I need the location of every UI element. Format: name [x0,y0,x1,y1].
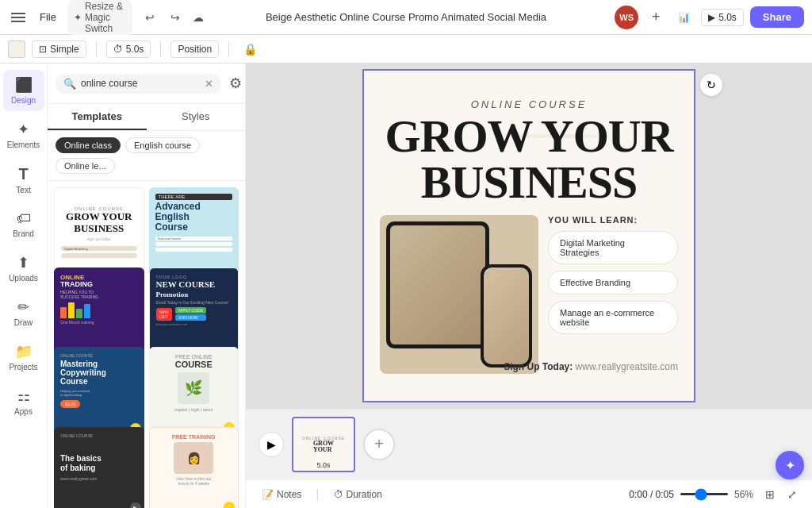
sidebar-item-elements[interactable]: ✦ Elements [3,114,44,156]
canvas-bottom-section: YOU WILL LEARN: Digital Marketing Strate… [380,215,678,374]
canvas-footer: Sign Up Today: www.reallygreatsite.com [504,361,678,372]
sidebar-item-apps[interactable]: ⚏ Apps [3,381,44,422]
menu-button[interactable] [8,10,29,25]
sidebar-item-design[interactable]: ⬛ Design [3,70,44,111]
clear-search-icon[interactable]: ✕ [205,78,213,90]
learn-item-2: Effective Branding [548,271,678,294]
sidebar-item-projects[interactable]: 📁 Projects [3,337,44,378]
learn-item-3: Manage an e-commerce website [548,301,678,334]
position-button[interactable]: Position [170,40,219,58]
template-card-4[interactable]: YOUR LOGO NEW COURSEPromotion Enroll Tod… [149,267,239,358]
simple-icon: ⊡ [39,44,47,55]
undo-redo-group: ↩ ↪ [139,6,186,29]
undo-button[interactable]: ↩ [139,6,161,29]
learn-title: YOU WILL LEARN: [548,215,678,225]
template-card-7[interactable]: ONLINE COURSE The basicsof baking www.re… [54,427,144,509]
magic-icon: ✦ [785,458,795,473]
duration-icon: ⏱ [334,489,343,500]
toolbar-separator-3 [228,41,229,57]
templates-panel: 🔍 ✕ ⚙ Templates Styles Online class Engl… [48,64,246,508]
search-box[interactable]: 🔍 ✕ [56,74,221,94]
design-canvas[interactable]: ONLINE COURSE GROW YOUR BUSINESS [362,69,695,402]
chart-icon: 📊 [678,12,690,23]
elements-icon: ✦ [17,121,29,138]
tag-online-class[interactable]: Online class [56,137,121,153]
notes-button[interactable]: 📝 Notes [255,487,308,502]
file-menu-button[interactable]: File [35,8,61,26]
top-bar-right: WS + 📊 ▶ 5.0s Share [608,6,804,29]
template-card-3[interactable]: ONLINE TRADING HELPING YOU TO SUCCESS TR… [54,267,144,358]
template-card-6[interactable]: FREE ONLINE COURSE 🌿 register | login | … [149,347,239,437]
add-slide-button[interactable]: + [363,429,395,460]
analytics-button[interactable]: 📊 [673,10,695,25]
apps-icon: ⚏ [17,387,30,405]
brand-icon: 🏷 [17,210,31,227]
sidebar-item-uploads[interactable]: ⬆ Uploads [3,248,44,289]
pro-badge-8: ⭐ [224,502,235,508]
template-card-2[interactable]: THERE ARE AdvancedEnglishCourse Grammar … [149,187,239,278]
magic-button[interactable]: ✦ [776,451,804,479]
sidebar-item-brand[interactable]: 🏷 Brand [3,204,44,244]
top-bar: File ✦ Resize & Magic Switch ↩ ↪ ☁ Beige… [0,0,812,35]
left-sidebar: ⬛ Design ✦ Elements T Text 🏷 Brand ⬆ Upl… [0,64,48,508]
lock-button[interactable]: 🔒 [239,38,261,60]
toolbar-separator [96,41,97,57]
sidebar-item-draw[interactable]: ✏ Draw [3,292,44,333]
play-icon: ▶ [708,12,715,23]
tag-online-le[interactable]: Online le... [56,158,115,174]
uploads-icon: ⬆ [17,254,29,271]
search-icon: 🔍 [63,78,76,90]
tag-english-course[interactable]: English course [125,137,200,153]
panel-tabs: Templates Styles [48,104,245,131]
canvas-title: GROW YOUR BUSINESS [385,114,672,206]
canvas-learn-section: YOU WILL LEARN: Digital Marketing Strate… [548,215,678,334]
filmstrip: ▶ ONLINE COURSE GROWYOUR 5.0s + [246,408,812,479]
redo-button[interactable]: ↪ [164,6,186,29]
canvas-subtitle: ONLINE COURSE [471,98,588,110]
user-avatar[interactable]: WS [615,6,638,29]
add-collaborator-button[interactable]: + [645,6,667,29]
template-card-8[interactable]: FREE TRAINING 👩 click here to find out h… [149,427,239,509]
refresh-canvas-button[interactable]: ↻ [700,74,722,96]
projects-icon: 📁 [15,343,33,360]
tab-styles[interactable]: Styles [147,104,246,130]
duration-button[interactable]: ⏱ 5.0s [106,40,151,58]
preview-play-button[interactable]: ▶ 5.0s [701,9,744,26]
filter-button[interactable]: ⚙ [226,71,245,95]
toolbar-separator-2 [160,41,161,57]
status-bar: 📝 Notes | ⏱ Duration 0:00 / 0:05 56% ⊞ ⤢ [246,479,812,508]
canvas-area: ONLINE COURSE GROW YOUR BUSINESS [246,64,812,508]
canvas-image-mockup [380,215,538,374]
filmstrip-play-button[interactable]: ▶ [259,432,284,457]
sidebar-item-text[interactable]: T Text [3,159,44,201]
expand-button[interactable]: ⤢ [782,484,802,505]
template-grid: ONLINE COURSE GROW YOURBUSINESS sign up … [48,181,245,508]
zoom-level: 56% [734,489,753,500]
search-input[interactable] [81,78,200,89]
cloud-save-button[interactable]: ☁ [193,6,204,29]
main-layout: ⬛ Design ✦ Elements T Text 🏷 Brand ⬆ Upl… [0,64,812,508]
design-icon: ⬛ [15,76,33,94]
tab-templates[interactable]: Templates [48,104,147,130]
status-bar-left: 📝 Notes | ⏱ Duration [255,487,389,502]
template-card-5[interactable]: ONLINE COURSE MasteringCopywritingCourse… [54,347,144,437]
learn-item-1: Digital Marketing Strategies [548,231,678,264]
title-text: Beige Aesthetic Online Course Promo Anim… [266,11,546,23]
zoom-control: 56% [734,489,753,500]
share-button[interactable]: Share [750,6,804,28]
timeline-slider[interactable] [680,493,728,495]
view-buttons: ⊞ ⤢ [760,484,802,505]
template-card-1[interactable]: ONLINE COURSE GROW YOURBUSINESS sign up … [54,187,144,278]
simple-mode-button[interactable]: ⊡ Simple [32,40,86,58]
notes-icon: 📝 [262,489,274,500]
grid-view-button[interactable]: ⊞ [760,484,780,505]
status-bar-right: 0:00 / 0:05 56% ⊞ ⤢ ✦ [629,484,802,505]
magic-switch-button[interactable]: ✦ Resize & Magic Switch [67,0,132,37]
background-color-swatch[interactable] [8,40,25,58]
canvas-wrapper[interactable]: ONLINE COURSE GROW YOUR BUSINESS [246,64,812,408]
search-area: 🔍 ✕ ⚙ [48,64,245,104]
duration-button[interactable]: ⏱ Duration [327,487,389,502]
text-icon: T [18,165,28,183]
draw-icon: ✏ [17,298,29,316]
filmstrip-slide-1[interactable]: ONLINE COURSE GROWYOUR 5.0s [292,417,355,472]
